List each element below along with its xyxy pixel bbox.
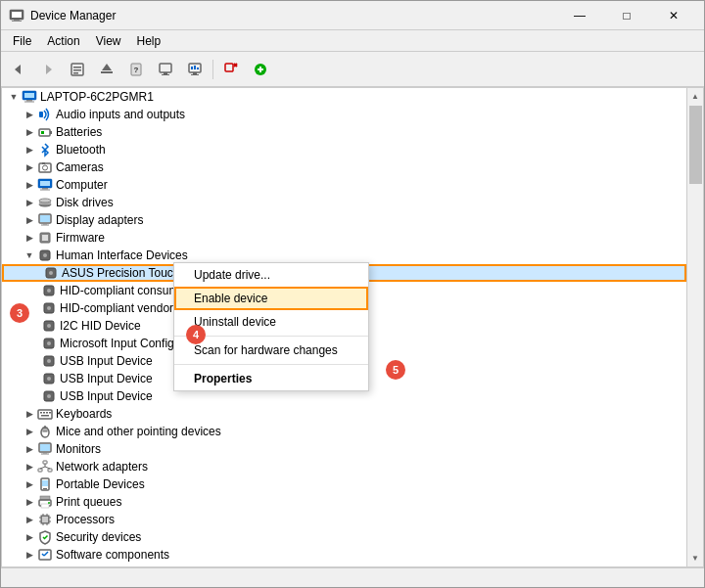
tree-item-print[interactable]: ▶ Print queues: [2, 493, 686, 511]
context-menu-properties[interactable]: Properties: [174, 367, 368, 390]
mice-expand-icon[interactable]: ▶: [22, 424, 37, 439]
context-menu-update-driver[interactable]: Update drive...: [174, 263, 368, 287]
svg-rect-16: [162, 74, 169, 75]
badge-3: 3: [10, 303, 29, 323]
help-button[interactable]: ?: [122, 56, 150, 83]
tree-item-processors[interactable]: ▶ Processors: [2, 511, 686, 528]
computer-expand-icon[interactable]: ▶: [22, 177, 37, 193]
touchpad-icon: [43, 265, 59, 281]
badge-5: 5: [386, 360, 405, 380]
ms-input-icon: [41, 336, 57, 351]
software-dev-expand-icon[interactable]: ▶: [22, 565, 37, 566]
tree-item-portable[interactable]: ▶ Portable Devices: [2, 475, 686, 493]
computer-icon: [22, 89, 37, 105]
disk-expand-icon[interactable]: ▶: [22, 195, 37, 210]
forward-button[interactable]: [34, 56, 62, 83]
network-expand-icon[interactable]: ▶: [22, 459, 37, 475]
bluetooth-label: Bluetooth: [56, 143, 106, 157]
menu-help[interactable]: Help: [129, 32, 169, 50]
mice-icon: [37, 424, 53, 439]
svg-rect-73: [43, 412, 45, 414]
svg-rect-32: [24, 102, 34, 103]
tree-root[interactable]: ▼ LAPTOP-6C2PGMR1: [2, 88, 686, 106]
tree-item-display[interactable]: ▶ Display adapters: [2, 211, 686, 229]
software-comp-expand-icon[interactable]: ▶: [22, 547, 37, 563]
back-button[interactable]: [5, 56, 32, 83]
batteries-expand-icon[interactable]: ▶: [22, 124, 37, 140]
svg-point-56: [49, 271, 53, 275]
svg-line-109: [42, 554, 44, 556]
scroll-thumb[interactable]: [689, 106, 702, 184]
hid-consumer-icon: [41, 283, 57, 298]
hid-icon: [37, 248, 53, 263]
processors-label: Processors: [56, 513, 115, 526]
hid-label: Human Interface Devices: [56, 249, 188, 262]
menu-file[interactable]: File: [5, 32, 39, 50]
window-controls: — □ ✕: [557, 1, 696, 30]
maximize-button[interactable]: □: [604, 1, 649, 30]
tree-item-security[interactable]: ▶ Security devices: [2, 528, 686, 546]
add-button[interactable]: [247, 56, 274, 83]
svg-rect-52: [42, 235, 48, 241]
tree-item-disk[interactable]: ▶ Disk drives: [2, 194, 686, 211]
scroll-up-btn[interactable]: ▲: [687, 88, 704, 105]
main-content: ▼ LAPTOP-6C2PGMR1 ▶: [1, 87, 704, 567]
context-menu-enable-device[interactable]: Enable device: [174, 287, 368, 310]
close-button[interactable]: ✕: [651, 1, 696, 30]
toolbar-separator-1: [212, 60, 213, 79]
tree-item-audio[interactable]: ▶ Audio inputs and outputs: [2, 106, 686, 123]
menu-action[interactable]: Action: [39, 32, 87, 50]
scan-button[interactable]: [217, 56, 245, 83]
usb-input-3-icon: [41, 388, 57, 404]
svg-rect-37: [39, 163, 51, 172]
svg-rect-34: [39, 129, 50, 136]
cameras-expand-icon[interactable]: ▶: [22, 159, 37, 175]
tree-item-network[interactable]: ▶ Network adapters: [2, 458, 686, 475]
processors-expand-icon[interactable]: ▶: [22, 512, 37, 527]
minimize-button[interactable]: —: [557, 1, 602, 30]
audio-expand-icon[interactable]: ▶: [22, 107, 37, 122]
menu-view[interactable]: View: [88, 32, 129, 50]
hid-expand-icon[interactable]: ▼: [22, 248, 37, 263]
svg-rect-18: [193, 72, 197, 74]
tree-item-software-comp[interactable]: ▶ Software components: [2, 546, 686, 564]
usb-input-2-label: USB Input Device: [60, 372, 153, 385]
show-hidden-button[interactable]: [152, 56, 179, 83]
tree-item-computer[interactable]: ▶ Computer: [2, 176, 686, 194]
tree-item-batteries[interactable]: ▶ Batteries: [2, 123, 686, 141]
print-expand-icon[interactable]: ▶: [22, 494, 37, 510]
firmware-label: Firmware: [56, 231, 105, 245]
portable-icon: [37, 476, 53, 492]
svg-rect-9: [73, 72, 78, 74]
usb-input-3-label: USB Input Device: [60, 389, 153, 403]
properties-button[interactable]: [64, 56, 91, 83]
security-expand-icon[interactable]: ▶: [22, 529, 37, 545]
audio-icon: [37, 107, 53, 122]
scroll-down-btn[interactable]: ▼: [687, 550, 704, 566]
context-menu-scan[interactable]: Scan for hardware changes: [174, 339, 368, 362]
svg-point-58: [47, 289, 51, 293]
svg-rect-50: [41, 225, 49, 226]
tree-item-monitors[interactable]: ▶ Monitors: [2, 440, 686, 458]
tree-item-mice[interactable]: ▶ Mice and other pointing devices: [2, 423, 686, 440]
tree-item-keyboards[interactable]: ▶ Keyboards: [2, 405, 686, 423]
tree-item-cameras[interactable]: ▶ Cameras: [2, 158, 686, 176]
resources-button[interactable]: [181, 56, 209, 83]
tree-item-software-dev[interactable]: ▶ Software devices: [2, 564, 686, 566]
monitors-expand-icon[interactable]: ▶: [22, 441, 37, 457]
tree-item-firmware[interactable]: ▶ Firmware: [2, 229, 686, 247]
cameras-icon: [37, 159, 53, 175]
root-expand-icon[interactable]: ▼: [6, 89, 22, 105]
tree-item-bluetooth[interactable]: ▶ Bluetooth: [2, 141, 686, 158]
firmware-expand-icon[interactable]: ▶: [22, 230, 37, 246]
display-expand-icon[interactable]: ▶: [22, 212, 37, 228]
svg-rect-1: [12, 12, 22, 18]
scrollbar[interactable]: ▲ ▼: [686, 88, 703, 566]
portable-expand-icon[interactable]: ▶: [22, 476, 37, 492]
svg-rect-87: [48, 469, 52, 472]
update-driver-button[interactable]: [93, 56, 120, 83]
window-frame: Device Manager — □ ✕ File Action View He…: [0, 0, 705, 588]
keyboards-expand-icon[interactable]: ▶: [22, 406, 37, 422]
bluetooth-expand-icon[interactable]: ▶: [22, 142, 37, 158]
software-comp-label: Software components: [56, 548, 169, 562]
